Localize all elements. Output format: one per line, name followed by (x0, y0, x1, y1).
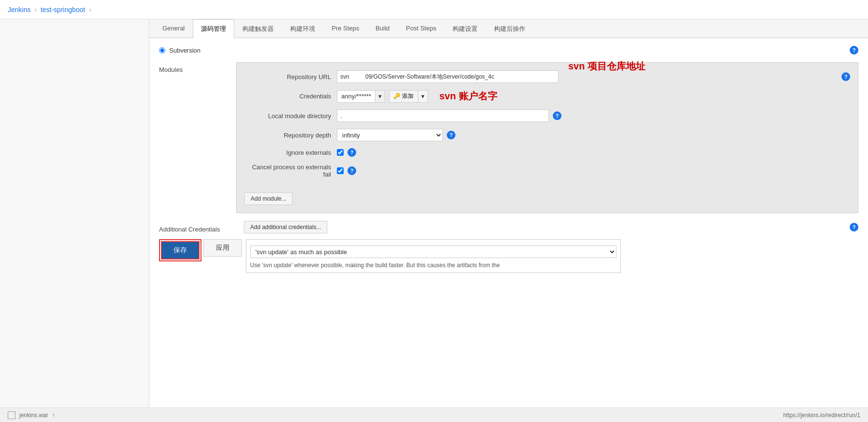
tab-pre-steps[interactable]: Pre Steps (323, 19, 367, 38)
subversion-label: Subversion (169, 47, 200, 54)
tab-post-build[interactable]: 构建后操作 (486, 19, 534, 38)
local-module-row: Local module directory ? (244, 109, 850, 122)
repo-url-label: Repository URL (244, 73, 331, 81)
tab-build-triggers[interactable]: 构建触发器 (234, 19, 282, 38)
breadcrumb-sep2: › (89, 6, 92, 14)
ignore-externals-help-icon[interactable]: ? (347, 148, 356, 157)
repo-url-row: Repository URL svn 项目仓库地址 ? (244, 70, 850, 83)
file-name: jenkins.war (19, 412, 48, 419)
tab-general[interactable]: General (154, 19, 193, 38)
status-bar: jenkins.war ↑ https://jenkins.io/redirec… (0, 408, 868, 422)
apply-button[interactable]: 应用 (203, 239, 242, 257)
svn-update-panel: 'svn update' as much as possible Use 'sv… (246, 239, 621, 273)
save-btn-wrapper: 保存 (159, 239, 201, 261)
tab-build[interactable]: Build (367, 19, 398, 38)
add-credentials-btn-group[interactable]: 🔑 添加 ▾ (389, 90, 427, 103)
add-credentials-arrow[interactable]: ▾ (418, 90, 428, 103)
upload-arrow: ↑ (52, 412, 55, 419)
local-module-label: Local module directory (244, 112, 331, 120)
form-content: Subversion ? Modules Repository URL (149, 38, 868, 281)
ignore-externals-label: Ignore externals (244, 149, 331, 156)
additional-credentials-help-icon[interactable]: ? (850, 223, 858, 231)
cancel-process-row: Cancel process on externals fail ? (244, 163, 850, 178)
tab-bar: General 源码管理 构建触发器 构建环境 Pre Steps Build … (149, 19, 868, 38)
tab-build-env[interactable]: 构建环境 (282, 19, 323, 38)
repo-url-input[interactable] (337, 70, 559, 83)
cancel-process-label: Cancel process on externals fail (244, 163, 331, 178)
breadcrumb-project[interactable]: test-springboot (40, 6, 85, 14)
annotation-cred: svn 账户名字 (440, 90, 497, 103)
local-module-input[interactable] (337, 109, 549, 122)
tab-build-settings[interactable]: 构建设置 (444, 19, 486, 38)
modules-label: Modules (159, 62, 236, 213)
credentials-value: anny/****** (337, 93, 375, 100)
file-icon (8, 411, 15, 419)
save-button[interactable]: 保存 (161, 241, 200, 259)
status-bar-left: jenkins.war ↑ (8, 411, 55, 419)
ignore-externals-checkbox[interactable] (337, 149, 344, 156)
credentials-dropdown-arrow[interactable]: ▾ (375, 91, 385, 102)
breadcrumb-home[interactable]: Jenkins (8, 6, 30, 14)
status-bar-url: https://jenkins.io/redirect/run/1 (783, 412, 860, 419)
modules-content: Repository URL svn 项目仓库地址 ? Creden (236, 62, 858, 213)
add-additional-credentials-btn[interactable]: Add additional credentials... (244, 221, 327, 233)
subversion-help-icon[interactable]: ? (850, 46, 858, 54)
tab-scm[interactable]: 源码管理 (193, 19, 234, 38)
repo-depth-label: Repository depth (244, 132, 331, 139)
additional-credentials-section: Additional Credentials Add additional cr… (159, 221, 858, 233)
subversion-radio[interactable] (159, 47, 165, 54)
svn-update-select[interactable]: 'svn update' as much as possible (250, 245, 616, 258)
ignore-externals-row: Ignore externals ? (244, 148, 850, 157)
tab-post-steps[interactable]: Post Steps (398, 19, 444, 38)
repo-depth-row: Repository depth infinity empty files im… (244, 129, 850, 141)
local-module-help-icon[interactable]: ? (553, 111, 561, 120)
repo-url-help-icon[interactable]: ? (841, 72, 850, 81)
breadcrumb-sep1: › (34, 6, 37, 14)
credentials-dropdown[interactable]: anny/****** ▾ (337, 90, 385, 103)
add-module-btn[interactable]: Add module... (244, 192, 293, 205)
credentials-row: Credentials anny/****** ▾ 🔑 添加 ▾ (244, 90, 850, 103)
repo-depth-help-icon[interactable]: ? (447, 131, 455, 139)
cancel-process-help-icon[interactable]: ? (347, 166, 356, 175)
modules-section: Modules Repository URL svn 项目仓库地址 ? (159, 62, 858, 213)
breadcrumb: Jenkins › test-springboot › (0, 0, 868, 19)
add-module-area: Add module... (244, 185, 850, 205)
repo-depth-select[interactable]: infinity empty files immediates (337, 129, 443, 141)
credentials-label: Credentials (244, 93, 331, 100)
add-credentials-btn[interactable]: 🔑 添加 (389, 90, 418, 103)
content-area: General 源码管理 构建触发器 构建环境 Pre Steps Build … (149, 19, 868, 408)
additional-credentials-label: Additional Credentials (159, 222, 236, 233)
sidebar (0, 19, 149, 408)
annotation-repo-url: svn 项目仓库地址 (568, 60, 645, 73)
subversion-option: Subversion ? (159, 46, 858, 54)
cancel-process-checkbox[interactable] (337, 167, 344, 174)
svn-update-description: Use 'svn update' whenever possible, maki… (246, 260, 620, 271)
